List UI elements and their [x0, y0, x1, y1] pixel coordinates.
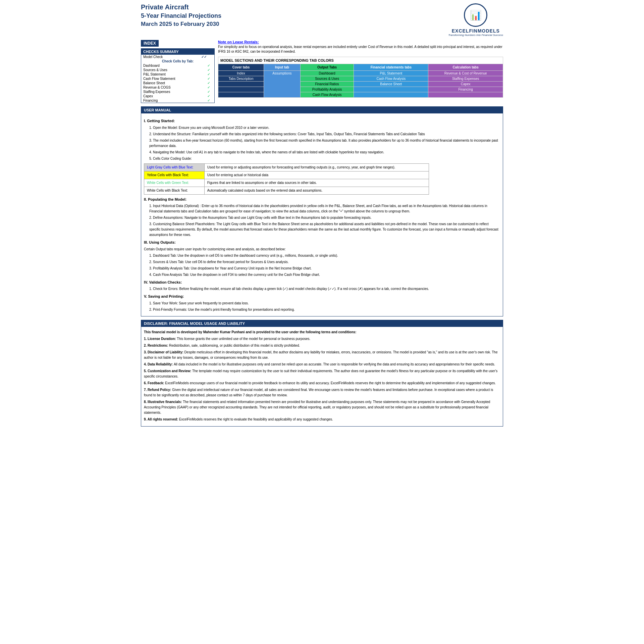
color-guide-label: Light Gray Cells with Blue Text:	[144, 163, 205, 171]
cover-tabs: Tabs Description	[218, 76, 264, 82]
disclaimer-body: This financial model is developed by Mah…	[141, 327, 503, 426]
check-row: Financing✓	[141, 98, 214, 103]
model-row-5: Cash Flow Analysis	[218, 92, 503, 98]
col-cover-header: Cover tabs	[218, 64, 264, 71]
check-row-value: ✓	[203, 63, 214, 68]
saving-item: 1. Save Your Work: Save your work freque…	[149, 301, 500, 306]
check-cells-label: Check Cells by Tab:	[141, 59, 214, 63]
validation-items: 1. Check for Errors: Before finalizing t…	[144, 286, 500, 292]
input-assumptions: Assumptions	[264, 71, 301, 98]
using-outputs-items: 1. Dashboard Tab: Use the dropdown in ce…	[144, 253, 500, 278]
color-guide-row: Yellow Cells with Black Text:Used for en…	[144, 171, 429, 179]
getting-started-item: 2. Understand the Structure: Familiarize…	[149, 132, 500, 137]
output-profitability: Profitability Analysis	[300, 87, 354, 92]
note-title: Note on Lease Rentals:	[218, 40, 259, 44]
disclaimer-item: 4. Data Reliability: All data included i…	[144, 362, 500, 367]
using-outputs-item: 3. Profitability Analysis Tab: Use dropd…	[149, 266, 500, 271]
check-row-label: Sources & Uses	[141, 68, 203, 72]
disclaimer-item: 8. Illustrative financials: The financia…	[144, 399, 500, 415]
title-aircraft: Private Aircraft	[141, 3, 221, 11]
using-outputs-item: 4. Cash Flow Analysis Tab: Use the dropd…	[149, 272, 500, 278]
calc-capex: Capex	[428, 82, 503, 87]
check-row: P&L Statement✓	[141, 72, 214, 77]
disclaimer-item: 6. Feedback: ExcelFinModels encourage us…	[144, 381, 500, 386]
model-row-3: Financial Ratios Balance Sheet Capex	[218, 82, 503, 87]
index-label: INDEX	[141, 40, 159, 47]
calc-financing: Financing	[428, 87, 503, 92]
header-titles: Private Aircraft 5-Year Financial Projec…	[141, 3, 221, 28]
model-check-row: Model Check ✓✓	[141, 55, 214, 59]
getting-started-item: 1. Open the Model: Ensure you are using …	[149, 125, 500, 131]
checks-rows: Dashboard✓Sources & Uses✓P&L Statement✓C…	[141, 63, 214, 103]
check-row-label: Capex	[141, 94, 203, 98]
page-header: Private Aircraft 5-Year Financial Projec…	[141, 3, 503, 37]
color-guide-row: White Cells with Green Text:Figures that…	[144, 179, 429, 187]
using-outputs-item: 2. Sources & Uses Tab: Use cell D6 to de…	[149, 259, 500, 265]
disclaimer-intro: This financial model is developed by Mah…	[144, 330, 500, 335]
col-output-header: Output Tabs	[300, 64, 354, 71]
populating-title: II. Populating the Model:	[144, 197, 500, 203]
check-row-value: ✓	[203, 85, 214, 90]
check-row-label: P&L Statement	[141, 72, 203, 77]
output-dashboard: Dashboard	[300, 71, 354, 76]
note-text: For simplicity and to focus on operation…	[218, 45, 503, 54]
check-row-value: ✓	[203, 90, 214, 94]
check-row: Dashboard✓	[141, 63, 214, 68]
col-calc-header: Calculation tabs	[428, 64, 503, 71]
check-row: Capex✓	[141, 94, 214, 98]
color-guide-label: White Cells with Green Text:	[144, 179, 205, 187]
getting-started-item: 4. Navigating the Model: Use cell A1 in …	[149, 150, 500, 155]
disclaimer-item: 3. Disclaimer of Liability: Despite meti…	[144, 350, 500, 360]
main-content: INDEX CHECKS SUMMARY Model Check ✓✓ Chec…	[141, 40, 503, 103]
saving-items: 1. Save Your Work: Save your work freque…	[144, 301, 500, 312]
check-row-value: ✓	[203, 68, 214, 72]
cover-empty2	[218, 87, 264, 92]
check-row-value: ✓	[203, 72, 214, 77]
check-row: Balance Sheet✓	[141, 81, 214, 85]
output-ratios: Financial Ratios	[300, 82, 354, 87]
color-guide-label: Yellow Cells with Black Text:	[144, 171, 205, 179]
using-outputs-title: III. Using Outputs:	[144, 240, 500, 246]
title-period: March 2025 to February 2030	[141, 21, 221, 28]
using-outputs-intro: Certain Output tabs require user inputs …	[144, 247, 500, 252]
using-outputs-item: 1. Dashboard Tab: Use the dropdown in ce…	[149, 253, 500, 258]
model-sections-col-headers: Cover tabs Input tab Output Tabs Financi…	[218, 64, 503, 71]
check-row-value: ✓	[203, 98, 214, 103]
color-guide-desc: Used for entering actual or historical d…	[204, 171, 429, 179]
model-check-label: Model Check	[141, 55, 194, 59]
getting-started-item: 5. Cells Color Coding Guide:	[149, 156, 500, 161]
col-input-header: Input tab	[264, 64, 301, 71]
disclaimer-item: 7. Refund Policy: Given the digital and …	[144, 387, 500, 398]
check-row-label: Balance Sheet	[141, 81, 203, 85]
model-row-1: Index Assumptions Dashboard P&L Statemen…	[218, 71, 503, 76]
check-row: Revenue & COGS✓	[141, 85, 214, 90]
populating-item: 1. Input Historical Data (Optional) : En…	[149, 203, 500, 214]
populating-items: 1. Input Historical Data (Optional) : En…	[144, 203, 500, 238]
color-guide-desc: Figures that are linked to assumptions o…	[204, 179, 429, 187]
financial-balance: Balance Sheet	[354, 82, 428, 87]
check-cells-row: Check Cells by Tab:	[141, 59, 214, 63]
color-guide-label: White Cells with Black Text:	[144, 187, 205, 194]
color-guide-desc: Used for entering or adjusting assumptio…	[204, 163, 429, 171]
logo-icon: 📊	[470, 10, 482, 21]
check-row-value: ✓	[203, 81, 214, 85]
populating-item: 3. Customizing Balance Sheet Placeholder…	[149, 221, 500, 238]
checks-data-table: Model Check ✓✓ Check Cells by Tab:	[141, 55, 214, 63]
model-sections-table: MODEL SECTIONS AND THEIR CORRESPONDING T…	[218, 57, 503, 98]
user-manual-header: USER MANUAL	[141, 107, 503, 113]
note-section: Note on Lease Rentals: For simplicity an…	[218, 40, 503, 54]
right-panel: Note on Lease Rentals: For simplicity an…	[218, 40, 503, 103]
getting-started-items: 1. Open the Model: Ensure you are using …	[144, 125, 500, 161]
financial-cashflow: Cash Flow Analysis	[354, 76, 428, 82]
color-guide-row: Light Gray Cells with Blue Text:Used for…	[144, 163, 429, 171]
color-guide-desc: Automatically calculated outputs based o…	[204, 187, 429, 194]
financial-empty2	[354, 92, 428, 98]
getting-started-title: I. Getting Started:	[144, 118, 500, 124]
saving-item: 2. Print-Friendly Formats: Use the model…	[149, 307, 500, 312]
output-sources: Sources & Uses	[300, 76, 354, 82]
check-row-label: Dashboard	[141, 63, 203, 68]
model-row-4: Profitability Analysis Financing	[218, 87, 503, 92]
financial-empty	[354, 87, 428, 92]
model-sections-title: MODEL SECTIONS AND THEIR CORRESPONDING T…	[218, 57, 503, 64]
cover-index: Index	[218, 71, 264, 76]
